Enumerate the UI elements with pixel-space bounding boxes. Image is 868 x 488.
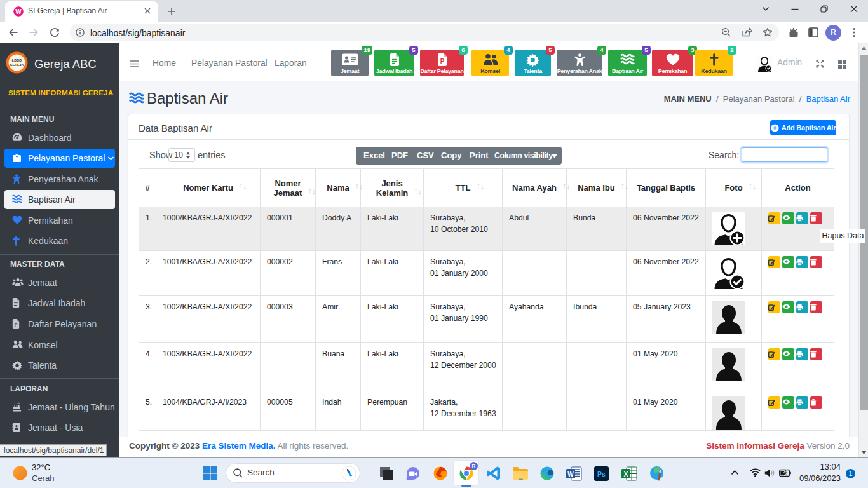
svg-text:X: X [623, 470, 628, 478]
svg-text:P: P [440, 58, 444, 65]
svg-text:P: P [15, 323, 18, 327]
svg-text:Ps: Ps [597, 470, 606, 478]
svg-text:LOGO: LOGO [12, 58, 22, 62]
svg-text:W: W [567, 471, 574, 478]
svg-text:W: W [15, 8, 22, 15]
svg-text:GEREJA: GEREJA [10, 63, 24, 67]
